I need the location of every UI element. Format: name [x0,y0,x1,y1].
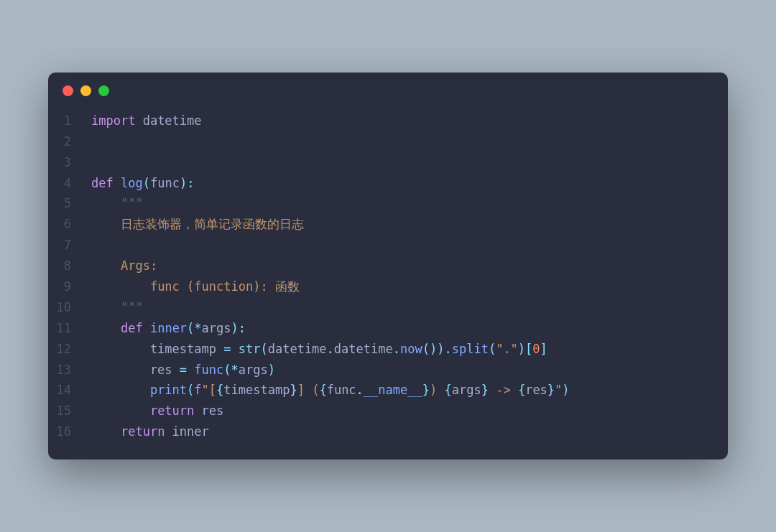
token-fn: now [400,342,422,356]
token-var [91,321,121,335]
code-content: Args: [91,256,157,276]
code-line: 3 [48,152,713,173]
token-punct: } [290,383,297,397]
token-num: 0 [532,342,540,356]
token-dunder: __name__ [364,383,422,397]
token-fn: log [121,176,143,190]
line-number: 9 [48,276,91,297]
token-punct: ) [180,176,187,190]
line-number: 1 [48,111,91,131]
token-kw: f [194,383,201,397]
token-fn: inner [150,321,187,335]
token-var [91,217,121,231]
token-punct: . [327,342,334,356]
code-content: func (function): 函数 [91,276,300,297]
code-content: return inner [91,421,209,442]
code-content: def log(func): [91,173,194,194]
line-number: 3 [48,152,91,173]
token-kw: return [121,424,165,439]
code-line: 4def log(func): [48,173,713,194]
token-punct: = [223,342,231,356]
code-line: 9 func (function): 函数 [48,276,713,297]
line-number: 16 [48,421,91,442]
token-punct: . [393,342,400,356]
line-number: 6 [48,214,91,235]
token-kw: return [150,403,194,418]
token-punct: ( [422,342,430,356]
token-var: datetime [268,342,327,356]
token-var: res [194,403,223,418]
token-var: timestamp [91,342,223,356]
token-str: -> [489,383,518,397]
minimize-icon[interactable] [80,85,91,96]
line-number: 7 [48,235,91,256]
line-number: 15 [48,401,91,421]
token-punct: * [194,321,201,335]
token-var [91,279,150,294]
code-line: 13 res = func(*args) [48,360,713,381]
token-var: timestamp [223,383,290,397]
token-var [143,321,150,335]
token-var: args [202,321,231,335]
token-var [114,176,121,190]
line-number: 2 [48,131,91,152]
code-line: 6 日志装饰器，简单记录函数的日志 [48,214,713,235]
token-punct: ) [231,321,239,335]
token-var [187,363,194,377]
token-builtin: str [239,342,261,356]
token-var: datetime [135,113,201,128]
maximize-icon[interactable] [98,85,109,96]
token-str: "[ [202,383,216,397]
token-str: "." [496,342,518,356]
token-punct: * [231,363,239,377]
token-punct: ) [430,342,437,356]
token-punct: } [422,383,430,397]
token-var [91,424,121,439]
token-punct: ) [562,383,569,397]
token-var: res [525,383,548,397]
code-content: timestamp = str(datetime.datetime.now())… [91,339,548,360]
token-punct: } [481,383,489,397]
token-var: args [452,383,481,397]
code-content: import datetime [91,111,202,131]
token-punct: } [548,383,555,397]
token-punct: : [187,176,194,190]
line-number: 8 [48,256,91,276]
code-content: """ [91,297,143,318]
code-line: 12 timestamp = str(datetime.datetime.now… [48,339,713,360]
line-number: 4 [48,173,91,194]
token-var: inner [165,424,208,439]
token-var: res [91,363,180,377]
token-punct: { [319,383,326,397]
code-content [91,235,98,256]
token-str: ] ( [297,383,320,397]
code-content [91,131,98,152]
token-punct: { [216,383,223,397]
token-str: Args: [121,258,157,273]
token-punct: ( [143,176,150,190]
code-content: def inner(*args): [91,318,246,339]
token-punct: ( [187,321,194,335]
code-line: 16 return inner [48,421,713,442]
token-kw: import [91,113,135,128]
token-punct: ] [540,342,548,356]
code-content: """ [91,193,143,214]
code-line: 8 Args: [48,256,713,276]
token-var [91,196,121,210]
code-line: 2 [48,131,713,152]
token-kw: def [91,176,114,190]
token-str: ) [430,383,444,397]
close-icon[interactable] [63,85,73,96]
token-punct: ( [489,342,496,356]
code-line: 14 print(f"[{timestamp}] ({func.__name__… [48,380,713,401]
line-number: 12 [48,339,91,360]
code-line: 7 [48,235,713,256]
code-line: 5 """ [48,193,713,214]
token-var [91,403,150,418]
token-str: func (function): 函数 [150,279,300,294]
token-punct: ) [268,363,275,377]
code-window: 1import datetime2 3 4def log(func):5 """… [48,73,728,459]
token-var: func [327,383,356,397]
token-punct: ( [187,383,194,397]
code-area[interactable]: 1import datetime2 3 4def log(func):5 """… [48,103,728,459]
